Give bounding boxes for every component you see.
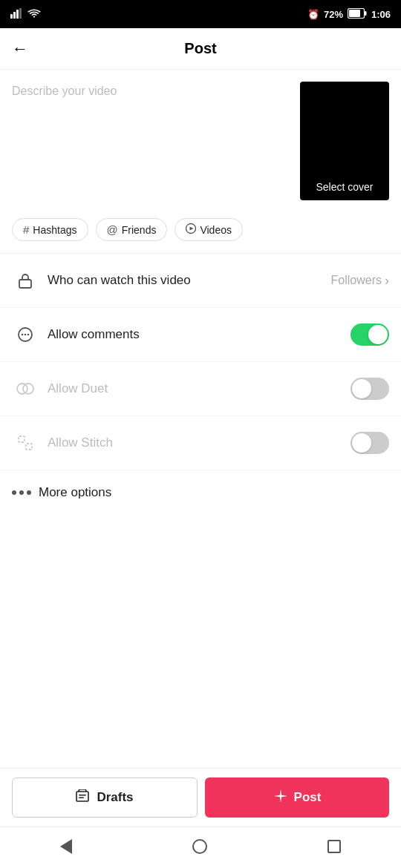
svg-point-11: [22, 334, 24, 336]
svg-rect-3: [19, 8, 22, 19]
status-bar: ⏰ 72% 1:06: [0, 0, 401, 28]
battery-percent: 72%: [324, 9, 343, 20]
chip-videos[interactable]: Videos: [175, 218, 243, 241]
video-description-placeholder: Describe your video: [12, 85, 117, 97]
svg-rect-18: [76, 792, 88, 801]
svg-rect-2: [16, 10, 19, 19]
video-thumbnail[interactable]: Select cover: [300, 82, 389, 200]
svg-rect-9: [19, 280, 31, 288]
setting-who-can-watch[interactable]: Who can watch this video Followers ›: [0, 254, 401, 308]
svg-rect-0: [10, 14, 13, 19]
drafts-button[interactable]: Drafts: [12, 777, 198, 818]
svg-rect-1: [13, 12, 16, 19]
chip-hashtags[interactable]: # Hashtags: [12, 218, 88, 241]
dot3: [27, 490, 31, 495]
allow-stitch-label: Allow Stitch: [48, 435, 351, 450]
drafts-icon: [76, 789, 91, 806]
post-label: Post: [294, 790, 322, 805]
chevron-right-icon: ›: [385, 273, 389, 289]
nav-bar: [0, 826, 401, 868]
svg-rect-20: [79, 797, 84, 798]
more-options-label: More options: [39, 485, 111, 500]
header: ← Post: [0, 28, 401, 70]
svg-point-13: [27, 334, 30, 336]
toggle-knob-duet: [352, 379, 371, 398]
setting-allow-duet: Allow Duet: [0, 362, 401, 416]
wifi-icon: [27, 8, 41, 21]
bottom-actions: Drafts Post: [0, 768, 401, 826]
allow-stitch-toggle[interactable]: [351, 432, 389, 454]
nav-recents-icon[interactable]: [327, 840, 341, 856]
comment-icon: [12, 321, 39, 348]
more-dots-icon: [12, 490, 31, 495]
back-button[interactable]: ←: [12, 39, 28, 59]
dot2: [19, 490, 24, 495]
stitch-icon: [12, 430, 39, 456]
setting-allow-comments: Allow comments: [0, 308, 401, 362]
chip-friends[interactable]: @ Friends: [96, 218, 168, 241]
chip-friends-label: Friends: [122, 224, 157, 236]
status-right: ⏰ 72% 1:06: [307, 8, 391, 21]
video-description-input[interactable]: Describe your video: [12, 82, 291, 156]
who-can-watch-value: Followers: [331, 274, 382, 287]
video-area: Describe your video Select cover: [0, 70, 401, 212]
status-left: [10, 8, 41, 21]
post-button[interactable]: Post: [205, 777, 389, 818]
time: 1:06: [371, 9, 391, 20]
play-icon: [186, 223, 196, 236]
who-can-watch-label: Who can watch this video: [48, 273, 331, 288]
chip-videos-label: Videos: [200, 224, 232, 236]
svg-rect-6: [349, 10, 360, 17]
toggle-knob-stitch: [352, 433, 371, 453]
allow-duet-toggle[interactable]: [351, 378, 389, 400]
more-options[interactable]: More options: [0, 470, 401, 515]
battery-icon: [348, 8, 367, 21]
svg-rect-5: [365, 11, 367, 16]
allow-duet-label: Allow Duet: [48, 381, 351, 396]
nav-back-icon[interactable]: [60, 839, 72, 857]
signal-icon: [10, 8, 24, 21]
settings-list: Who can watch this video Followers › All…: [0, 254, 401, 470]
svg-point-14: [17, 384, 27, 394]
toggle-knob: [368, 325, 388, 344]
allow-comments-label: Allow comments: [48, 327, 351, 342]
nav-home-icon[interactable]: [192, 839, 207, 857]
tag-chips: # Hashtags @ Friends Videos: [0, 212, 401, 253]
lock-icon: [12, 267, 39, 294]
svg-point-15: [23, 384, 33, 394]
svg-rect-19: [79, 795, 86, 796]
alarm-icon: ⏰: [307, 9, 319, 20]
dot1: [12, 490, 16, 495]
hashtag-icon: #: [23, 223, 29, 236]
svg-marker-8: [190, 227, 194, 231]
svg-point-12: [25, 334, 27, 336]
page-title: Post: [184, 40, 216, 57]
duet-icon: [12, 375, 39, 402]
chip-hashtags-label: Hashtags: [33, 224, 76, 236]
select-cover-label: Select cover: [316, 181, 373, 193]
post-sparkle-icon: [273, 789, 288, 807]
svg-rect-17: [26, 444, 32, 450]
drafts-label: Drafts: [97, 790, 133, 805]
at-icon: @: [107, 223, 118, 236]
allow-comments-toggle[interactable]: [351, 323, 389, 346]
svg-rect-16: [19, 436, 25, 442]
setting-allow-stitch: Allow Stitch: [0, 416, 401, 470]
